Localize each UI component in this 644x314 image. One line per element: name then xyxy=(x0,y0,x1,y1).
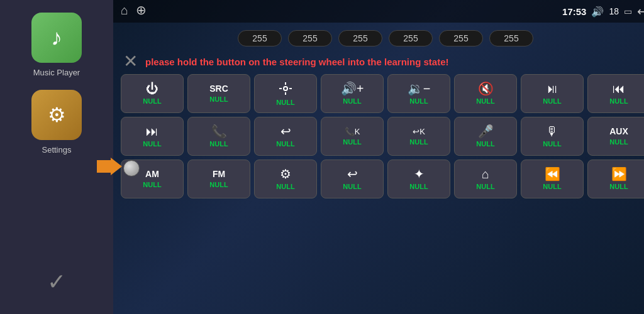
settings-icon[interactable]: ⚙ Settings xyxy=(31,90,82,154)
btn-mute-label: NULL xyxy=(476,97,494,105)
btn-ff[interactable]: ⏩ NULL xyxy=(587,160,644,198)
arrow-body xyxy=(97,160,111,173)
camera-icon: 🎙 xyxy=(546,125,558,138)
content-area: 255 255 255 255 255 255 ✕ please hold th… xyxy=(113,23,644,314)
volume-level: 18 xyxy=(609,6,619,16)
btn-mic-label: NULL xyxy=(476,140,494,148)
svg-point-0 xyxy=(284,87,287,90)
mic-icon: 🎤 xyxy=(478,125,494,138)
btn-rewind[interactable]: ⏪ NULL xyxy=(521,160,584,198)
pill-4: 255 xyxy=(389,30,433,46)
pill-6: 255 xyxy=(489,30,533,46)
btn-camera-label: NULL xyxy=(543,140,561,148)
aux-icon: AUX xyxy=(609,127,628,136)
btn-call[interactable]: 📞 NULL xyxy=(187,117,250,156)
btn-rewind-label: NULL xyxy=(543,183,561,190)
return-icon: ↩ xyxy=(347,168,358,180)
arrow-head xyxy=(111,158,122,175)
btn-src[interactable]: SRC NULL xyxy=(187,74,250,113)
btn-vol-down[interactable]: 🔉− NULL xyxy=(387,74,450,113)
btn-power-label: NULL xyxy=(143,97,161,105)
btn-prev-label: NULL xyxy=(609,97,628,105)
btn-play-pause[interactable]: ⏯ NULL xyxy=(521,74,584,113)
mute-icon: 🔇 xyxy=(478,82,494,95)
music-player-icon-box: ♪ xyxy=(31,13,82,63)
btn-back-k[interactable]: ↩K NULL xyxy=(387,117,450,156)
btn-back-k-label: NULL xyxy=(409,138,428,146)
button-row-3: AM NULL FM NULL ⚙ NULL ↩ NULL ✦ NULL xyxy=(121,160,644,198)
check-button[interactable]: ✓ xyxy=(47,269,66,295)
btn-fm[interactable]: FM NULL xyxy=(187,160,250,198)
status-bar-right: 17:53 🔊 18 ▭ ↩ xyxy=(562,4,644,19)
back-arrow-icon[interactable]: ↩ xyxy=(637,4,644,19)
setup-icon: ⚙ xyxy=(280,168,291,180)
pill-3: 255 xyxy=(338,30,382,46)
instruction-row: ✕ please hold the button on the steering… xyxy=(121,53,644,70)
music-player-label: Music Player xyxy=(33,68,80,77)
play-pause-icon: ⏯ xyxy=(546,82,558,95)
button-row-2: ⏭ NULL 📞 NULL ↩ NULL 📞K NULL ↩K NULL xyxy=(121,117,644,156)
btn-mute[interactable]: 🔇 NULL xyxy=(454,74,517,113)
home-nav-icon[interactable]: ⌂ xyxy=(121,3,128,18)
btn-back[interactable]: ↩ NULL xyxy=(254,117,317,156)
btn-ff-label: NULL xyxy=(609,183,628,190)
knob[interactable] xyxy=(123,160,140,176)
call-k-icon: 📞K xyxy=(345,127,360,136)
btn-bluetooth-label: NULL xyxy=(409,183,428,190)
btn-return[interactable]: ↩ NULL xyxy=(321,160,384,198)
signal-icon: ▭ xyxy=(624,6,632,16)
btn-vol-up[interactable]: 🔊+ NULL xyxy=(321,74,384,113)
status-bar: ⌂ ⊕ 17:53 🔊 18 ▭ ↩ xyxy=(113,0,644,23)
music-note-icon: ♪ xyxy=(51,24,62,51)
btn-call-k[interactable]: 📞K NULL xyxy=(321,117,384,156)
vol-down-icon: 🔉− xyxy=(408,82,431,95)
btn-next[interactable]: ⏭ NULL xyxy=(121,117,184,156)
value-pills-row: 255 255 255 255 255 255 xyxy=(121,28,644,49)
music-player-icon[interactable]: ♪ Music Player xyxy=(31,13,82,77)
btn-call-label: NULL xyxy=(209,140,228,148)
next-icon: ⏭ xyxy=(146,125,158,138)
btn-power[interactable]: ⏻ NULL xyxy=(121,74,184,113)
nav-icons-left: ⌂ ⊕ xyxy=(121,3,147,18)
settings-icon-box: ⚙ xyxy=(31,90,82,140)
btn-prev[interactable]: ⏮ NULL xyxy=(587,74,644,113)
btn-call-k-label: NULL xyxy=(343,138,361,146)
bluetooth-icon: ✦ xyxy=(414,168,425,180)
btn-vol-up-label: NULL xyxy=(343,97,361,105)
btn-bluetooth[interactable]: ✦ NULL xyxy=(387,160,450,198)
btn-setup-label: NULL xyxy=(276,183,294,190)
btn-play-pause-label: NULL xyxy=(543,97,561,105)
pill-1: 255 xyxy=(238,30,282,46)
instruction-text: please hold the button on the steering w… xyxy=(145,57,449,67)
status-time: 17:53 xyxy=(562,6,586,17)
btn-mic[interactable]: 🎤 NULL xyxy=(454,117,517,156)
volume-icon: 🔊 xyxy=(591,6,604,18)
sidebar: ♪ Music Player ⚙ Settings ✓ xyxy=(0,0,113,314)
btn-return-label: NULL xyxy=(343,183,361,190)
back-k-icon: ↩K xyxy=(413,127,425,136)
pill-2: 255 xyxy=(288,30,332,46)
btn-home-label: NULL xyxy=(476,183,494,190)
pill-5: 255 xyxy=(439,30,483,46)
btn-gps-label: NULL xyxy=(276,99,294,106)
ff-icon: ⏩ xyxy=(611,168,627,180)
btn-fm-label: NULL xyxy=(209,181,228,188)
nav-settings-icon[interactable]: ⊕ xyxy=(136,3,147,18)
vol-up-icon: 🔊+ xyxy=(341,82,364,95)
btn-setup[interactable]: ⚙ NULL xyxy=(254,160,317,198)
btn-vol-down-label: NULL xyxy=(409,97,428,105)
back-icon: ↩ xyxy=(280,125,291,138)
gear-icon: ⚙ xyxy=(48,103,66,127)
btn-camera[interactable]: 🎙 NULL xyxy=(521,117,584,156)
btn-src-label: NULL xyxy=(209,95,228,103)
btn-gps[interactable]: NULL xyxy=(254,74,317,113)
am-icon: AM xyxy=(145,170,159,178)
call-icon: 📞 xyxy=(211,125,227,138)
close-button[interactable]: ✕ xyxy=(123,53,138,70)
gps-icon xyxy=(278,81,293,96)
btn-home[interactable]: ⌂ NULL xyxy=(454,160,517,198)
btn-am-label: NULL xyxy=(143,181,161,188)
settings-label: Settings xyxy=(42,145,72,154)
prev-icon: ⏮ xyxy=(613,82,625,95)
btn-aux[interactable]: AUX NULL xyxy=(587,117,644,156)
